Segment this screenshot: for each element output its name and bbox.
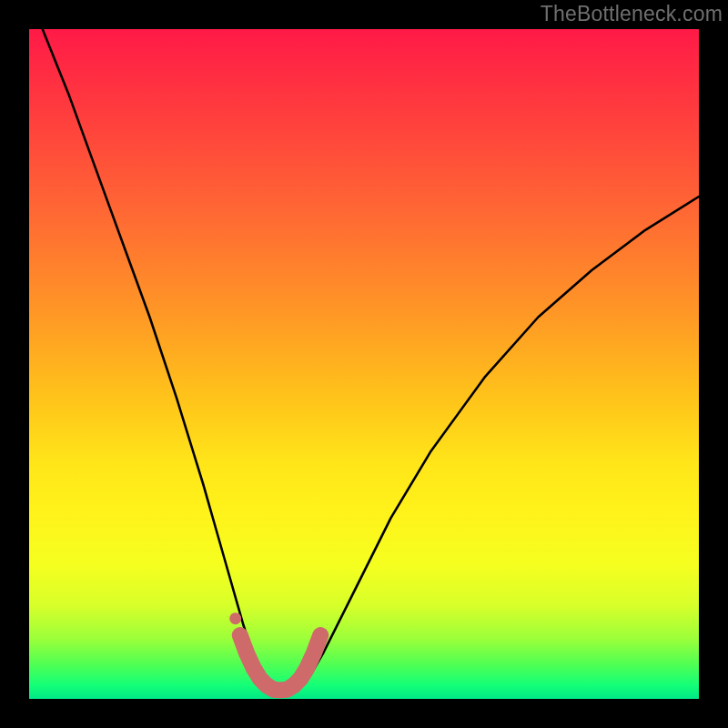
bottom-marker bbox=[240, 635, 320, 690]
marker-dot bbox=[229, 612, 241, 624]
chart-frame: TheBottleneck.com bbox=[0, 0, 728, 728]
chart-svg bbox=[29, 29, 699, 699]
chart-plot-area bbox=[29, 29, 699, 699]
watermark-text: TheBottleneck.com bbox=[541, 2, 723, 26]
main-curve bbox=[43, 29, 699, 692]
